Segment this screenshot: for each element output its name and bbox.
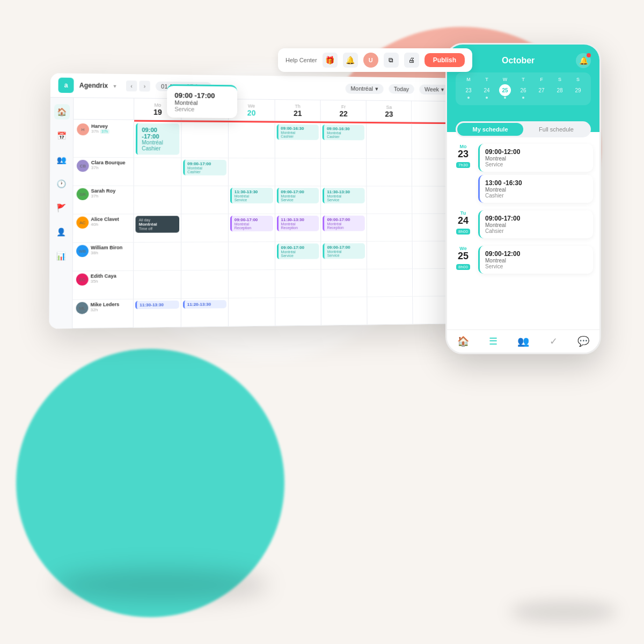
tab-my-schedule[interactable]: My schedule [457,123,523,136]
cell-william-fr[interactable]: 09:00-17:00 Montréal Service [321,241,368,269]
shift-time: 11:30-13:30 [235,189,270,194]
shift-william-th[interactable]: 09:00-17:00 Montréal Service [277,244,319,259]
cell-extra-fr[interactable] [321,297,368,326]
shift-harvey-mo[interactable]: 09:00 -17:00 Montréal Cashier [136,123,179,155]
mobile-shift-mo-cashier[interactable]: 13:00 -16:30 Montreal Cashier [478,175,593,203]
print-icon[interactable]: 🖨 [404,53,419,68]
cell-william-th[interactable]: 09:00-17:00 Montréal Service [275,242,321,270]
mobile-nav-team[interactable]: 👥 [517,335,529,347]
timeoff-alice[interactable]: All day Montréal Time off [135,216,179,233]
cell-harvey-tu[interactable] [181,122,229,158]
shift-time: 09:00-17:00 [187,162,223,166]
shift-alice-we[interactable]: 09:00-17:00 Montréal Reception [230,216,273,231]
shift-extra-mo[interactable]: 11:30-13:30 [135,301,179,309]
next-week-arrow[interactable]: › [139,80,150,91]
shift-william-fr[interactable]: 09:00-17:00 Montréal Service [323,243,365,259]
copy-icon[interactable]: ⧉ [384,53,399,68]
mobile-notification-bell[interactable]: 🔔 [576,53,591,68]
cell-william-we[interactable] [229,242,275,270]
cell-clara-fr[interactable] [321,159,367,187]
cell-harvey-sa[interactable] [367,123,412,159]
shift-sarah-we[interactable]: 11:30-13:30 Montréal Service [230,188,273,203]
location-filter[interactable]: Montréal ▾ [345,83,383,93]
shift-sarah-th[interactable]: 09:00-17:00 Montréal Service [276,188,319,203]
cell-alice-fr[interactable]: 09:00-17:00 Montréal Reception [321,214,368,242]
cell-william-tu[interactable] [181,242,229,270]
sidebar-flag[interactable]: 🚩 [53,200,69,216]
cell-alice-we[interactable]: 09:00-17:00 Montréal Reception [229,214,275,242]
bell-icon[interactable]: 🔔 [343,53,358,68]
cell-harvey-fr[interactable]: 09:00-16:30 Montréal Cashier [321,123,367,159]
cell-edith-tu[interactable] [181,270,229,299]
shift-extra-tu[interactable]: 11:20-13:30 [183,300,226,309]
mini-day-23[interactable]: 23 [460,84,477,99]
cell-sarah-fr[interactable]: 11:30-13:30 Montréal Service [321,186,367,214]
tab-full-schedule[interactable]: Full schedule [523,123,589,136]
mobile-shift-tu[interactable]: 09:00-17:00 Montreal Cahsier [478,210,593,238]
mini-day-26[interactable]: 26 [515,84,532,99]
cell-alice-th[interactable]: 11:30-13:30 Montréal Reception [275,214,321,242]
gift-icon[interactable]: 🎁 [323,53,338,68]
cell-extra-th[interactable] [275,297,321,326]
cell-extra-we[interactable] [229,298,275,326]
mobile-nav-schedule[interactable]: ☰ [489,335,497,347]
sidebar-chart[interactable]: 📊 [53,248,69,264]
mobile-shift-we[interactable]: 09:00-12:00 Montreal Service [478,246,593,274]
today-button[interactable]: Today [389,84,414,94]
mini-day-25[interactable]: 25 [496,84,514,99]
publish-button[interactable]: Publish [425,53,465,67]
cell-sarah-tu[interactable] [181,186,229,214]
cell-clara-th[interactable] [275,158,321,186]
mini-day-27[interactable]: 27 [533,84,550,99]
mobile-shift-mo-service[interactable]: 09:00-12:00 Montreal Service [478,144,593,172]
cell-edith-we[interactable] [229,270,275,298]
cell-william-sa[interactable] [367,241,413,269]
cell-clara-tu[interactable]: 09:00-17:00 Montréal Cashier [181,158,229,186]
cell-harvey-mo[interactable]: 09:00 -17:00 Montréal Cashier 09:00 -17:… [134,122,181,158]
cell-harvey-we[interactable] [229,122,275,158]
sidebar-calendar[interactable]: 📅 [54,128,69,144]
mini-day-num-25: 25 [499,84,511,96]
sidebar-clock[interactable]: 🕐 [54,176,69,192]
cell-clara-we[interactable] [229,158,275,186]
cell-extra-tu[interactable]: 11:20-13:30 [181,298,229,327]
cell-harvey-th[interactable]: 09:00-16:30 Montréal Cashier [275,123,321,159]
cell-edith-mo[interactable] [134,270,181,299]
cell-alice-sa[interactable] [367,214,413,242]
sidebar-home[interactable]: 🏠 [54,104,69,120]
cell-sarah-th[interactable]: 09:00-17:00 Montréal Service [275,186,321,214]
hours-extra: 32h [91,307,130,312]
cell-clara-mo[interactable] [134,158,181,186]
cell-edith-fr[interactable] [321,269,368,298]
cell-extra-mo[interactable]: 11:30-13:30 [134,299,181,328]
cell-sarah-mo[interactable] [134,186,181,215]
cell-sarah-we[interactable]: 11:30-13:30 Montréal Service [229,186,275,214]
mobile-month-title: October [502,56,535,65]
mobile-nav-messages[interactable]: 💬 [577,335,589,347]
sidebar-users[interactable]: 👥 [54,152,69,167]
mini-day-24[interactable]: 24 [478,84,495,99]
cell-edith-th[interactable] [275,269,321,298]
cell-edith-sa[interactable] [367,269,413,297]
cell-alice-tu[interactable] [181,214,229,243]
mini-day-29[interactable]: 29 [569,84,587,99]
user-avatar[interactable]: U [363,53,378,68]
mini-day-28[interactable]: 28 [551,84,568,99]
shift-clara-tu[interactable]: 09:00-17:00 Montréal Cashier [183,160,226,175]
shift-harvey-th[interactable]: 09:00-16:30 Montréal Cashier [276,125,319,140]
cell-clara-sa[interactable] [367,159,412,186]
mobile-nav-home[interactable]: 🏠 [457,335,469,347]
day-shifts-mo-23: 09:00-12:00 Montreal Service 13:00 -16:3… [478,144,593,203]
week-mode-badge[interactable]: Week ▾ [419,84,449,94]
sidebar-person[interactable]: 👤 [53,224,69,240]
cell-sarah-sa[interactable] [367,186,413,214]
shift-sarah-fr[interactable]: 11:30-13:30 Montréal Service [323,188,365,203]
cell-alice-mo[interactable]: All day Montréal Time off [134,214,181,243]
shift-alice-th[interactable]: 11:30-13:30 Montréal Reception [276,216,319,231]
cell-william-mo[interactable] [134,243,181,271]
shift-alice-fr[interactable]: 09:00-17:00 Montréal Reception [323,216,365,231]
shift-harvey-fr[interactable]: 09:00-16:30 Montréal Cashier [323,125,364,140]
prev-week-arrow[interactable]: ‹ [126,80,137,91]
mobile-nav-tasks[interactable]: ✓ [550,335,558,347]
cell-extra-sa[interactable] [368,297,413,325]
